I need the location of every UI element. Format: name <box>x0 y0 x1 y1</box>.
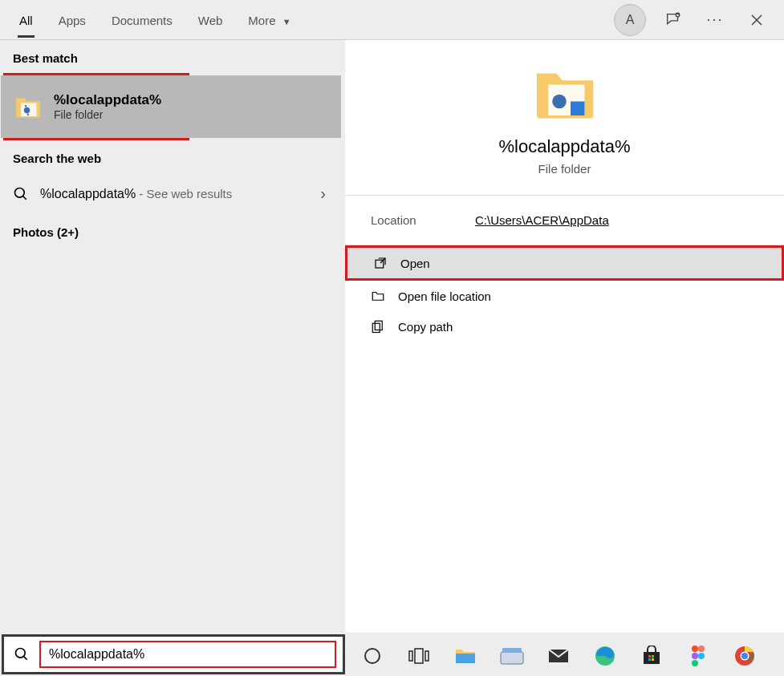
filter-tabs: All Apps Documents Web More ▼ <box>6 2 304 38</box>
search-bar[interactable] <box>2 634 345 674</box>
preview-header: %localappdata% File folder <box>345 59 784 195</box>
photos-section-label[interactable]: Photos (2+) <box>0 214 345 250</box>
svg-rect-17 <box>648 655 651 658</box>
chevron-right-icon: › <box>320 184 332 203</box>
action-open-file-location-label: Open file location <box>398 289 491 303</box>
svg-rect-16 <box>644 652 660 664</box>
action-open-label: Open <box>400 257 430 270</box>
search-web-label: Search the web <box>0 140 345 173</box>
best-match-label: Best match <box>0 40 345 73</box>
search-input[interactable] <box>44 644 331 665</box>
windows-taskbar <box>345 636 784 676</box>
svg-point-8 <box>16 649 26 658</box>
preview-title: %localappdata% <box>499 136 631 157</box>
action-copy-path[interactable]: Copy path <box>345 311 784 342</box>
figma-icon[interactable] <box>685 643 711 669</box>
best-match-result[interactable]: %localappdata% File folder <box>1 75 341 138</box>
best-match-title: %localappdata% <box>54 92 161 108</box>
chrome-icon[interactable] <box>732 643 758 669</box>
svg-rect-12 <box>425 651 429 661</box>
preview-subtitle: File folder <box>538 162 591 176</box>
svg-rect-20 <box>652 658 654 661</box>
svg-point-22 <box>698 646 705 652</box>
svg-rect-11 <box>415 649 423 663</box>
svg-rect-10 <box>409 651 412 661</box>
search-icon <box>13 186 29 202</box>
tab-more-label: More <box>248 14 275 27</box>
mail-icon[interactable] <box>546 643 571 669</box>
open-icon <box>373 256 388 270</box>
svg-rect-4 <box>571 102 585 116</box>
preview-panel: %localappdata% File folder Location C:\U… <box>345 40 784 633</box>
tab-apps[interactable]: Apps <box>46 2 99 38</box>
results-left-column: Best match %localappdata% File folder Se <box>0 40 345 633</box>
svg-point-9 <box>365 649 380 663</box>
action-open[interactable]: Open <box>347 248 782 278</box>
tabbar-right-controls: A ··· <box>614 4 778 36</box>
location-row: Location C:\Users\ACER\AppData <box>345 196 784 245</box>
search-icon <box>4 646 39 662</box>
file-explorer-icon[interactable] <box>453 643 478 669</box>
svg-point-23 <box>692 653 698 659</box>
svg-rect-18 <box>652 655 654 658</box>
search-web-result[interactable]: %localappdata% - See web results › <box>0 173 345 214</box>
task-view-icon[interactable] <box>406 643 432 669</box>
svg-rect-7 <box>372 323 380 332</box>
svg-rect-6 <box>375 321 382 330</box>
tab-web[interactable]: Web <box>185 2 236 38</box>
svg-point-28 <box>741 653 748 659</box>
web-query-text: %localappdata% <box>40 187 136 200</box>
best-match-subtitle: File folder <box>54 108 161 121</box>
action-copy-path-label: Copy path <box>398 320 453 334</box>
folder-icon <box>531 59 599 127</box>
svg-point-25 <box>692 660 698 666</box>
svg-rect-19 <box>648 658 651 661</box>
location-path-link[interactable]: C:\Users\ACER\AppData <box>475 213 609 227</box>
svg-point-3 <box>552 95 567 109</box>
search-results-main: Best match %localappdata% File folder Se <box>0 40 784 633</box>
tab-more[interactable]: More ▼ <box>235 2 303 38</box>
cortana-icon[interactable] <box>360 643 385 669</box>
store-icon[interactable] <box>639 643 664 669</box>
edge-icon[interactable] <box>592 643 618 669</box>
keyboard-icon[interactable] <box>499 643 525 669</box>
action-open-file-location[interactable]: Open file location <box>345 281 784 311</box>
folder-open-icon <box>371 289 385 303</box>
svg-point-24 <box>698 653 705 659</box>
copy-icon <box>371 319 385 334</box>
more-options-icon[interactable]: ··· <box>701 6 729 34</box>
user-avatar[interactable]: A <box>614 4 646 36</box>
search-bar-container <box>2 634 345 674</box>
web-suffix-text: - See web results <box>136 187 232 200</box>
svg-point-1 <box>24 107 30 114</box>
close-icon[interactable] <box>742 6 771 34</box>
search-filter-tabbar: All Apps Documents Web More ▼ A ··· <box>0 0 784 40</box>
tab-documents[interactable]: Documents <box>99 2 185 38</box>
location-label: Location <box>371 213 475 227</box>
svg-point-21 <box>692 646 698 652</box>
folder-icon <box>14 92 43 121</box>
tab-all[interactable]: All <box>6 2 46 38</box>
svg-point-2 <box>15 188 25 197</box>
svg-rect-13 <box>501 652 523 664</box>
feedback-icon[interactable] <box>659 6 688 34</box>
chevron-down-icon: ▼ <box>282 17 291 26</box>
svg-rect-14 <box>502 648 522 653</box>
